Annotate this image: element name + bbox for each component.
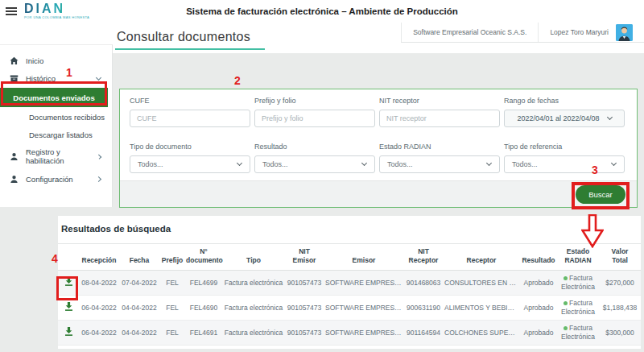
- cufe-input[interactable]: [130, 110, 250, 127]
- date-range-select[interactable]: 2022/04/01 al 2022/04/08: [504, 110, 625, 127]
- field-estado-radian: Estado RADIAN Todos...: [379, 143, 500, 173]
- col-resultado: Resultado: [520, 244, 557, 271]
- annotation-step-1: 1: [66, 66, 72, 79]
- dian-logo-tagline: POR UNA COLOMBIA MÁS HONESTA: [24, 16, 89, 19]
- col-download: [58, 244, 79, 271]
- download-icon: [64, 301, 74, 312]
- annotation-arrow-down: [581, 214, 604, 248]
- col-prefijo: Prefijo: [159, 244, 185, 271]
- field-prefijo-folio: Prefijo y folio: [254, 97, 375, 127]
- download-button[interactable]: [61, 300, 76, 316]
- estado-radian-select[interactable]: Todos...: [379, 155, 500, 173]
- nit-receptor-input[interactable]: [379, 110, 500, 127]
- field-tipo-referencia: Tipo de referencia Todos...: [504, 143, 625, 173]
- field-resultado: Resultado Todos...: [254, 143, 375, 173]
- tipo-referencia-select[interactable]: Todos...: [504, 155, 625, 173]
- table-header-row: Recepción Fecha Prefijo N°documento Tipo…: [58, 244, 641, 271]
- table-row[interactable]: 06-04-2022 04-04-2022 FEL FEL4691 Factur…: [58, 321, 641, 346]
- annotation-box-documentos-enviados: [1, 81, 107, 106]
- field-nit-receptor: NIT receptor: [379, 97, 500, 127]
- annotation-box-download: [56, 276, 78, 300]
- status-dot: [564, 301, 568, 305]
- chevron-down-icon: [361, 160, 367, 166]
- col-receptor: Receptor: [443, 244, 520, 271]
- page-title-underline: [115, 48, 265, 50]
- dian-logo-text: DIAN: [24, 2, 89, 15]
- col-fecha: Fecha: [119, 244, 159, 271]
- app-title: Sistema de facturación electrónica – Amb…: [113, 0, 531, 23]
- page-title: Consultar documentos: [117, 30, 250, 44]
- col-nit-emisor: NITEmisor: [285, 244, 324, 271]
- annotation-step-4: 4: [52, 252, 58, 265]
- user-settings-icon: [10, 175, 19, 184]
- sidebar-item-documentos-recibidos[interactable]: Documentos recibidos: [0, 108, 112, 126]
- chevron-down-icon: [607, 114, 613, 120]
- field-tipo-documento: Tipo de documento Todos...: [130, 143, 250, 173]
- avatar[interactable]: [616, 24, 633, 41]
- download-icon: [64, 326, 74, 337]
- sidebar-item-descargar-listados[interactable]: Descargar listados: [0, 126, 112, 143]
- estado-radian-cell: Factura Electrónica: [557, 321, 599, 346]
- chevron-right-icon: [96, 154, 101, 159]
- account-bar: Software Empresarial Oceanic S.A.S. Lope…: [401, 23, 644, 43]
- results-card: Resultados de búsqueda Recepción Fecha P…: [58, 216, 641, 349]
- sidebar-item-inicio[interactable]: Inicio: [0, 52, 112, 69]
- table-row[interactable]: 06-04-2022 04-04-2022 FEL FEL4690 Factur…: [58, 296, 641, 321]
- annotation-step-2: 2: [234, 74, 241, 87]
- status-dot: [564, 326, 568, 330]
- company-name: Software Empresarial Oceanic S.A.S.: [401, 23, 538, 42]
- sidebar-item-registro[interactable]: Registro y habilitación: [0, 147, 112, 166]
- chevron-down-icon: [96, 74, 101, 80]
- col-tipo: Tipo: [222, 244, 285, 271]
- resultado-select[interactable]: Todos...: [254, 155, 375, 173]
- field-cufe: CUFE: [130, 97, 250, 127]
- results-heading: Resultados de búsqueda: [61, 224, 171, 234]
- tipo-documento-select[interactable]: Todos...: [130, 155, 250, 173]
- chevron-down-icon: [237, 160, 242, 166]
- sidebar: Inicio Histórico Documentos enviados Doc…: [0, 44, 113, 207]
- annotation-step-3: 3: [592, 164, 598, 176]
- annotation-box-buscar: [572, 182, 630, 209]
- col-recepcion: Recepción: [79, 244, 119, 271]
- dian-logo: DIAN POR UNA COLOMBIA MÁS HONESTA: [24, 2, 89, 19]
- download-button[interactable]: [61, 325, 76, 341]
- status-dot: [564, 276, 568, 280]
- user-menu[interactable]: Lopez Toro Maryuri: [538, 23, 644, 42]
- avatar-image: [616, 24, 633, 41]
- table-row[interactable]: 08-04-2022 07-04-2022 FEL FEL4699 Factur…: [58, 271, 641, 296]
- chevron-down-icon: [486, 160, 492, 166]
- estado-radian-cell: Factura Electrónica: [557, 296, 599, 321]
- prefijo-folio-input[interactable]: [254, 110, 375, 127]
- chevron-down-icon: [611, 160, 617, 166]
- field-rango-fechas: Rango de fechas 2022/04/01 al 2022/04/08: [504, 97, 625, 127]
- hamburger-menu-icon[interactable]: [6, 7, 17, 16]
- home-icon: [10, 56, 19, 65]
- user-name: Lopez Toro Maryuri: [550, 28, 609, 36]
- col-valor-total: ValorTotal: [599, 244, 641, 271]
- results-table: Recepción Fecha Prefijo N°documento Tipo…: [58, 243, 641, 346]
- col-documento: N°documento: [185, 244, 222, 271]
- col-emisor: Emisor: [324, 244, 404, 271]
- app-window: DIAN POR UNA COLOMBIA MÁS HONESTA Sistem…: [0, 0, 644, 352]
- panel-footer: Buscar: [120, 180, 637, 207]
- user-icon: [10, 152, 19, 161]
- sidebar-item-configuracion[interactable]: Configuración: [0, 169, 112, 188]
- chevron-right-icon: [96, 176, 101, 181]
- col-nit-receptor: NITReceptor: [404, 244, 443, 271]
- top-bar: DIAN POR UNA COLOMBIA MÁS HONESTA Sistem…: [0, 0, 644, 23]
- search-filters-panel: CUFE Prefijo y folio NIT receptor Rango …: [119, 89, 638, 208]
- estado-radian-cell: Factura Electrónica: [557, 271, 599, 296]
